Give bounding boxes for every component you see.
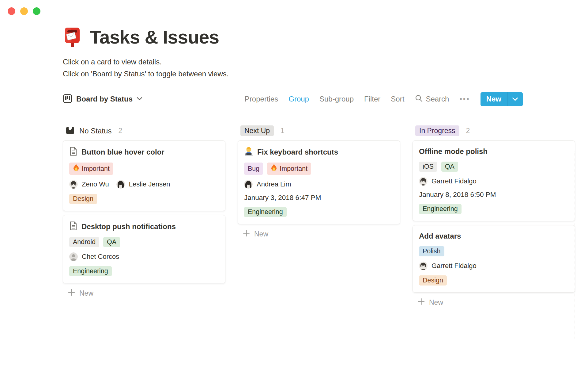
card-title: Fix keyboard shortcuts	[257, 148, 338, 156]
search-button[interactable]: Search	[415, 94, 449, 104]
person-garrett-fidalgo[interactable]: Garrett Fidalgo	[419, 262, 477, 270]
card-tags-row: Polish	[419, 246, 569, 256]
tag-important[interactable]: Important	[69, 163, 113, 175]
person-zeno-wu[interactable]: Zeno Wu	[69, 180, 109, 189]
add-card-label: New	[254, 230, 268, 238]
person-andrea-lim[interactable]: Andrea Lim	[244, 180, 291, 189]
card-title-row: Button blue hover color	[69, 147, 219, 157]
card-desktop-push-notifications[interactable]: Desktop push notificationsAndroidQAChet …	[63, 215, 225, 283]
card-tags-row: Design	[69, 194, 219, 204]
add-card-button[interactable]: New	[63, 287, 225, 299]
tag-label: QA	[445, 163, 454, 171]
kanban-board: No Status2Button blue hover colorImporta…	[63, 125, 588, 308]
tag-label: Important	[280, 165, 307, 173]
new-button[interactable]: New	[481, 92, 523, 106]
person-name: Zeno Wu	[82, 180, 109, 188]
sub-group-button[interactable]: Sub-group	[319, 95, 354, 103]
column-next-up: Next Up1Fix keyboard shortcutsBugImporta…	[238, 125, 400, 308]
avatar	[419, 262, 428, 270]
toolbar-menu: Properties Group Sub-group Filter Sort S…	[245, 92, 523, 106]
person-leslie-jensen[interactable]: Leslie Jensen	[116, 180, 170, 189]
card-people-row: Garrett Fidalgo	[419, 177, 569, 186]
tag-label: Design	[423, 277, 443, 284]
add-card-button[interactable]: New	[238, 228, 400, 240]
avatar	[244, 180, 253, 189]
search-label: Search	[426, 95, 449, 103]
tag-android[interactable]: Android	[69, 237, 99, 247]
card-tags-row: Engineering	[69, 266, 219, 276]
card-tags-row: Engineering	[419, 204, 569, 214]
technologist-icon	[244, 147, 253, 157]
person-garrett-fidalgo[interactable]: Garrett Fidalgo	[419, 177, 477, 186]
column-no-status: No Status2Button blue hover colorImporta…	[63, 125, 225, 308]
description-line-2: Click on 'Board by Status' to toggle bet…	[63, 68, 588, 80]
tag-label: Bug	[248, 165, 259, 173]
tag-label: Design	[73, 195, 93, 203]
new-button-chevron-icon[interactable]	[507, 92, 523, 106]
tag-bug[interactable]: Bug	[244, 163, 263, 175]
avatar	[419, 177, 428, 186]
filter-button[interactable]: Filter	[364, 95, 380, 103]
view-switcher-label: Board by Status	[76, 95, 133, 103]
card-title-row: Fix keyboard shortcuts	[244, 147, 394, 157]
page-header: Tasks & Issues	[63, 26, 588, 48]
person-name: Leslie Jensen	[129, 180, 170, 188]
minimize-button[interactable]	[20, 7, 28, 15]
card-fix-keyboard-shortcuts[interactable]: Fix keyboard shortcutsBugImportantAndrea…	[238, 140, 400, 224]
column-title-next-up[interactable]: Next Up	[240, 125, 274, 136]
add-card-button[interactable]: New	[413, 297, 575, 308]
card-add-avatars[interactable]: Add avatarsPolishGarrett FidalgoDesign	[413, 225, 575, 293]
person-name: Garrett Fidalgo	[432, 262, 477, 270]
window-controls	[8, 7, 40, 15]
tag-label: Polish	[423, 247, 441, 255]
document-icon	[69, 147, 77, 157]
no-status-icon	[66, 126, 75, 136]
chevron-down-icon	[137, 96, 142, 102]
avatar	[116, 180, 125, 189]
card-people-row: Garrett Fidalgo	[419, 262, 569, 270]
tag-engineering[interactable]: Engineering	[419, 204, 462, 214]
tag-qa[interactable]: QA	[441, 162, 458, 172]
page: Tasks & Issues Click on a card to view d…	[0, 0, 588, 308]
card-title-row: Desktop push notifications	[69, 221, 219, 232]
document-icon	[69, 221, 77, 232]
tag-qa[interactable]: QA	[103, 237, 120, 247]
add-card-label: New	[429, 298, 443, 307]
card-offline-mode-polish[interactable]: Offline mode polishiOSQAGarrett FidalgoJ…	[413, 140, 575, 221]
new-button-label: New	[481, 92, 507, 106]
postbox-icon[interactable]	[63, 27, 82, 47]
tag-important[interactable]: Important	[267, 163, 311, 175]
tag-label: Important	[82, 165, 110, 173]
tag-label: Android	[73, 238, 96, 246]
column-count: 1	[281, 127, 285, 135]
properties-button[interactable]: Properties	[245, 95, 278, 103]
tag-engineering[interactable]: Engineering	[69, 266, 112, 276]
column-title-no-status[interactable]: No Status	[79, 127, 111, 135]
board-view-icon	[63, 94, 72, 105]
tag-design[interactable]: Design	[69, 194, 97, 204]
plus-icon	[243, 229, 250, 239]
tag-engineering[interactable]: Engineering	[244, 207, 287, 217]
zoom-button[interactable]	[33, 7, 40, 15]
card-button-blue-hover-color[interactable]: Button blue hover colorImportantZeno WuL…	[63, 140, 225, 211]
more-options-button[interactable]: •••	[459, 95, 470, 103]
column-in-progress: In Progress2Offline mode polishiOSQAGarr…	[413, 125, 575, 308]
column-header-no-status: No Status2	[63, 125, 225, 136]
tag-ios[interactable]: iOS	[419, 162, 437, 172]
column-count: 2	[118, 127, 122, 135]
close-button[interactable]	[8, 7, 15, 15]
plus-icon	[68, 289, 75, 298]
person-chet-corcos[interactable]: Chet Corcos	[69, 252, 119, 261]
page-description: Click on a card to view details. Click o…	[63, 56, 588, 80]
group-button[interactable]: Group	[288, 95, 309, 103]
avatar	[69, 180, 78, 189]
tag-label: QA	[107, 238, 116, 246]
column-header-next-up: Next Up1	[238, 125, 400, 136]
tag-polish[interactable]: Polish	[419, 246, 444, 256]
card-tags-row: Important	[69, 163, 219, 175]
tag-design[interactable]: Design	[419, 275, 447, 286]
view-switcher[interactable]: Board by Status	[63, 94, 142, 105]
column-title-in-progress[interactable]: In Progress	[415, 125, 459, 136]
sort-button[interactable]: Sort	[391, 95, 404, 103]
card-tags-row: iOSQA	[419, 162, 569, 172]
